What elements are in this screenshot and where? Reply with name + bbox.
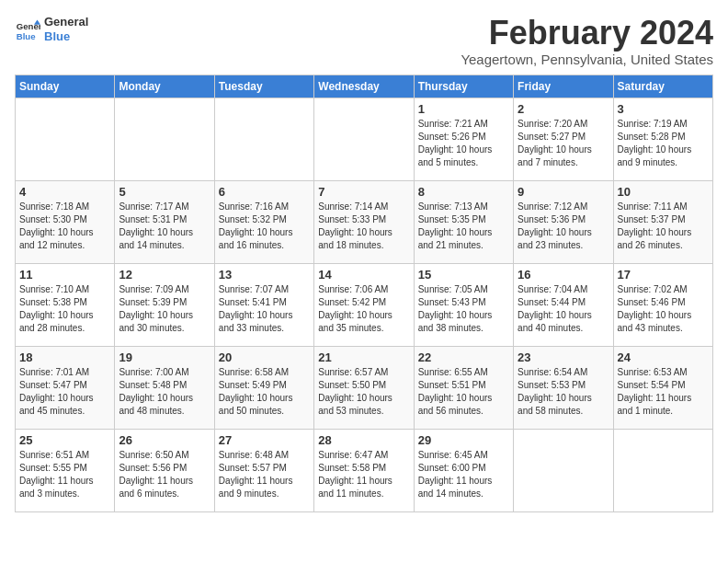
day-of-week-header: Monday [115, 75, 214, 98]
calendar-cell: 24Sunrise: 6:53 AM Sunset: 5:54 PM Dayli… [613, 346, 712, 429]
calendar-week-row: 18Sunrise: 7:01 AM Sunset: 5:47 PM Dayli… [16, 346, 713, 429]
calendar-cell: 26Sunrise: 6:50 AM Sunset: 5:56 PM Dayli… [115, 429, 214, 511]
calendar-cell: 9Sunrise: 7:12 AM Sunset: 5:36 PM Daylig… [514, 180, 613, 263]
day-info: Sunrise: 7:20 AM Sunset: 5:27 PM Dayligh… [518, 118, 609, 169]
calendar-cell: 28Sunrise: 6:47 AM Sunset: 5:58 PM Dayli… [314, 429, 414, 511]
day-info: Sunrise: 6:48 AM Sunset: 5:57 PM Dayligh… [219, 449, 310, 500]
day-number: 3 [618, 102, 709, 116]
day-info: Sunrise: 7:01 AM Sunset: 5:47 PM Dayligh… [19, 366, 110, 418]
calendar-cell: 6Sunrise: 7:16 AM Sunset: 5:32 PM Daylig… [214, 180, 313, 263]
logo-blue: Blue [44, 29, 88, 44]
calendar-cell: 25Sunrise: 6:51 AM Sunset: 5:55 PM Dayli… [16, 429, 115, 511]
calendar-cell [16, 98, 115, 180]
day-info: Sunrise: 6:45 AM Sunset: 6:00 PM Dayligh… [418, 449, 509, 500]
day-info: Sunrise: 7:06 AM Sunset: 5:42 PM Dayligh… [318, 283, 409, 335]
day-number: 9 [518, 185, 609, 199]
logo: General Blue General Blue [15, 15, 88, 43]
day-of-week-header: Saturday [613, 75, 712, 98]
day-of-week-header: Sunday [16, 75, 115, 98]
day-info: Sunrise: 6:54 AM Sunset: 5:53 PM Dayligh… [518, 366, 609, 418]
day-of-week-header: Tuesday [214, 75, 313, 98]
day-info: Sunrise: 6:53 AM Sunset: 5:54 PM Dayligh… [618, 366, 709, 418]
day-of-week-header: Thursday [414, 75, 513, 98]
calendar-cell: 3Sunrise: 7:19 AM Sunset: 5:28 PM Daylig… [613, 98, 712, 180]
day-number: 23 [518, 350, 609, 364]
calendar-cell: 4Sunrise: 7:18 AM Sunset: 5:30 PM Daylig… [16, 180, 115, 263]
day-info: Sunrise: 7:09 AM Sunset: 5:39 PM Dayligh… [119, 283, 210, 335]
day-info: Sunrise: 7:17 AM Sunset: 5:31 PM Dayligh… [119, 201, 210, 252]
calendar-subtitle: Yeagertown, Pennsylvania, United States [461, 52, 713, 67]
calendar-cell [314, 98, 414, 180]
day-number: 29 [418, 433, 509, 447]
calendar-cell: 21Sunrise: 6:57 AM Sunset: 5:50 PM Dayli… [314, 346, 414, 429]
calendar-table: SundayMondayTuesdayWednesdayThursdayFrid… [15, 75, 713, 512]
day-number: 22 [418, 350, 509, 364]
calendar-cell [214, 98, 313, 180]
day-info: Sunrise: 7:21 AM Sunset: 5:26 PM Dayligh… [418, 118, 509, 169]
calendar-title: February 2024 [461, 15, 713, 52]
day-of-week-header: Wednesday [314, 75, 414, 98]
calendar-cell: 1Sunrise: 7:21 AM Sunset: 5:26 PM Daylig… [414, 98, 513, 180]
calendar-cell [115, 98, 214, 180]
calendar-cell: 22Sunrise: 6:55 AM Sunset: 5:51 PM Dayli… [414, 346, 513, 429]
day-info: Sunrise: 6:47 AM Sunset: 5:58 PM Dayligh… [318, 449, 409, 500]
day-info: Sunrise: 7:16 AM Sunset: 5:32 PM Dayligh… [219, 201, 310, 252]
day-info: Sunrise: 7:07 AM Sunset: 5:41 PM Dayligh… [219, 283, 310, 335]
calendar-week-row: 25Sunrise: 6:51 AM Sunset: 5:55 PM Dayli… [16, 429, 713, 511]
day-info: Sunrise: 6:55 AM Sunset: 5:51 PM Dayligh… [418, 366, 509, 418]
day-info: Sunrise: 6:51 AM Sunset: 5:55 PM Dayligh… [19, 449, 110, 500]
day-number: 27 [219, 433, 310, 447]
day-number: 24 [618, 350, 709, 364]
calendar-cell: 20Sunrise: 6:58 AM Sunset: 5:49 PM Dayli… [214, 346, 313, 429]
day-info: Sunrise: 7:04 AM Sunset: 5:44 PM Dayligh… [518, 283, 609, 335]
calendar-cell: 17Sunrise: 7:02 AM Sunset: 5:46 PM Dayli… [613, 263, 712, 346]
calendar-cell: 10Sunrise: 7:11 AM Sunset: 5:37 PM Dayli… [613, 180, 712, 263]
calendar-cell: 19Sunrise: 7:00 AM Sunset: 5:48 PM Dayli… [115, 346, 214, 429]
day-info: Sunrise: 7:02 AM Sunset: 5:46 PM Dayligh… [618, 283, 709, 335]
day-number: 17 [618, 268, 709, 282]
calendar-cell: 11Sunrise: 7:10 AM Sunset: 5:38 PM Dayli… [16, 263, 115, 346]
day-number: 10 [618, 185, 709, 199]
calendar-cell: 18Sunrise: 7:01 AM Sunset: 5:47 PM Dayli… [16, 346, 115, 429]
day-info: Sunrise: 7:19 AM Sunset: 5:28 PM Dayligh… [618, 118, 709, 169]
day-number: 1 [418, 102, 509, 116]
calendar-week-row: 11Sunrise: 7:10 AM Sunset: 5:38 PM Dayli… [16, 263, 713, 346]
day-info: Sunrise: 6:57 AM Sunset: 5:50 PM Dayligh… [318, 366, 409, 418]
day-number: 20 [219, 350, 310, 364]
title-block: February 2024 Yeagertown, Pennsylvania, … [461, 15, 713, 67]
day-number: 19 [119, 350, 210, 364]
logo-icon: General Blue [15, 17, 40, 42]
day-info: Sunrise: 7:05 AM Sunset: 5:43 PM Dayligh… [418, 283, 509, 335]
calendar-cell [613, 429, 712, 511]
calendar-cell: 16Sunrise: 7:04 AM Sunset: 5:44 PM Dayli… [514, 263, 613, 346]
day-number: 14 [318, 268, 409, 282]
day-info: Sunrise: 7:11 AM Sunset: 5:37 PM Dayligh… [618, 201, 709, 252]
svg-text:Blue: Blue [17, 30, 36, 40]
day-number: 13 [219, 268, 310, 282]
calendar-cell: 8Sunrise: 7:13 AM Sunset: 5:35 PM Daylig… [414, 180, 513, 263]
day-number: 2 [518, 102, 609, 116]
day-number: 6 [219, 185, 310, 199]
calendar-cell [514, 429, 613, 511]
day-info: Sunrise: 7:12 AM Sunset: 5:36 PM Dayligh… [518, 201, 609, 252]
day-number: 18 [19, 350, 110, 364]
calendar-cell: 13Sunrise: 7:07 AM Sunset: 5:41 PM Dayli… [214, 263, 313, 346]
day-number: 5 [119, 185, 210, 199]
day-info: Sunrise: 7:14 AM Sunset: 5:33 PM Dayligh… [318, 201, 409, 252]
day-number: 25 [19, 433, 110, 447]
day-info: Sunrise: 7:00 AM Sunset: 5:48 PM Dayligh… [119, 366, 210, 418]
day-info: Sunrise: 7:13 AM Sunset: 5:35 PM Dayligh… [418, 201, 509, 252]
day-number: 26 [119, 433, 210, 447]
calendar-cell: 15Sunrise: 7:05 AM Sunset: 5:43 PM Dayli… [414, 263, 513, 346]
day-info: Sunrise: 7:10 AM Sunset: 5:38 PM Dayligh… [19, 283, 110, 335]
day-number: 21 [318, 350, 409, 364]
day-number: 7 [318, 185, 409, 199]
day-info: Sunrise: 7:18 AM Sunset: 5:30 PM Dayligh… [19, 201, 110, 252]
calendar-week-row: 4Sunrise: 7:18 AM Sunset: 5:30 PM Daylig… [16, 180, 713, 263]
calendar-header-row: SundayMondayTuesdayWednesdayThursdayFrid… [16, 75, 713, 98]
calendar-cell: 2Sunrise: 7:20 AM Sunset: 5:27 PM Daylig… [514, 98, 613, 180]
day-number: 11 [19, 268, 110, 282]
calendar-cell: 29Sunrise: 6:45 AM Sunset: 6:00 PM Dayli… [414, 429, 513, 511]
day-number: 15 [418, 268, 509, 282]
calendar-cell: 7Sunrise: 7:14 AM Sunset: 5:33 PM Daylig… [314, 180, 414, 263]
